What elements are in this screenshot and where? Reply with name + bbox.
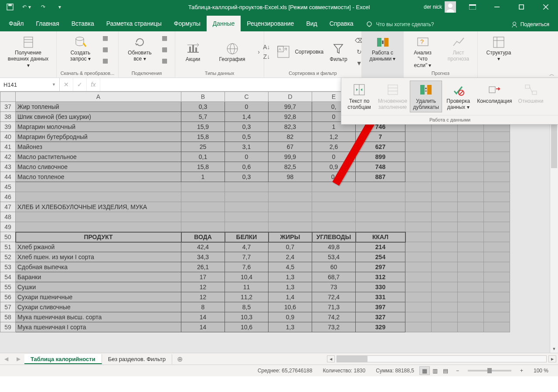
- cell[interactable]: [458, 252, 484, 262]
- cell[interactable]: [312, 202, 356, 212]
- cell[interactable]: [405, 312, 432, 322]
- tab-view[interactable]: Вид: [300, 16, 323, 31]
- cell[interactable]: [269, 212, 312, 222]
- hscroll-right-icon[interactable]: ▶: [548, 355, 556, 362]
- cell[interactable]: 72,4: [312, 292, 356, 302]
- row-header[interactable]: 41: [0, 142, 16, 152]
- cell[interactable]: Хлеб пшен. из муки I сорта: [16, 252, 181, 262]
- cell[interactable]: 14: [181, 322, 225, 332]
- row-header[interactable]: 57: [0, 302, 16, 312]
- tab-review[interactable]: Рецензирование: [241, 16, 300, 31]
- cell[interactable]: 4,5: [269, 262, 312, 272]
- table-row[interactable]: 52Хлеб пшен. из муки I сорта34,37,72,453…: [0, 252, 510, 262]
- cell[interactable]: Хлеб ржаной: [16, 242, 181, 252]
- normal-view-icon[interactable]: ▦: [419, 366, 430, 375]
- cell[interactable]: 53,4: [312, 252, 356, 262]
- column-header[interactable]: [0, 92, 16, 102]
- cell[interactable]: [405, 252, 432, 262]
- new-sheet-button[interactable]: ⊕: [172, 355, 188, 363]
- cell[interactable]: Масло сливочное: [16, 162, 181, 172]
- cell[interactable]: ККАЛ: [356, 232, 405, 242]
- zoom-in-button[interactable]: +: [515, 368, 528, 374]
- cell[interactable]: 331: [356, 292, 405, 302]
- cell[interactable]: 10,4: [225, 272, 269, 282]
- cell[interactable]: [484, 142, 510, 152]
- row-header[interactable]: 59: [0, 322, 16, 332]
- cell[interactable]: [181, 202, 225, 212]
- cell[interactable]: [432, 132, 458, 142]
- cell[interactable]: Масло растительное: [16, 152, 181, 162]
- cell[interactable]: [405, 262, 432, 272]
- cell[interactable]: [405, 212, 432, 222]
- cell[interactable]: [458, 242, 484, 252]
- cell[interactable]: 14: [181, 312, 225, 322]
- cell[interactable]: 99,7: [269, 102, 312, 112]
- cell[interactable]: [458, 212, 484, 222]
- cell[interactable]: [484, 302, 510, 312]
- cell[interactable]: 748: [356, 162, 405, 172]
- table-row[interactable]: 57Сухари сливочные88,510,671,3397: [0, 302, 510, 312]
- cell[interactable]: Маргарин бутербродный: [16, 132, 181, 142]
- cell[interactable]: [458, 262, 484, 272]
- cell[interactable]: [458, 302, 484, 312]
- cell[interactable]: [16, 212, 181, 222]
- cell[interactable]: 5,7: [181, 112, 225, 122]
- cell[interactable]: 1,3: [269, 322, 312, 332]
- row-header[interactable]: 55: [0, 282, 16, 292]
- cell[interactable]: [484, 242, 510, 252]
- cell[interactable]: 10,3: [225, 312, 269, 322]
- cell[interactable]: [432, 192, 458, 202]
- cell[interactable]: 7,7: [225, 252, 269, 262]
- cell[interactable]: 12: [181, 292, 225, 302]
- tab-home[interactable]: Главная: [30, 16, 65, 31]
- scroll-down-icon[interactable]: ▼: [550, 345, 558, 353]
- cell[interactable]: [432, 142, 458, 152]
- table-row[interactable]: 40Маргарин бутербродный15,80,5821,27: [0, 132, 510, 142]
- sheet-tab-active[interactable]: Таблица калорийности: [24, 354, 102, 364]
- zoom-out-button[interactable]: −: [451, 368, 464, 374]
- zoom-slider[interactable]: [468, 370, 511, 372]
- text-to-columns-button[interactable]: Текст по столбцам: [343, 81, 375, 112]
- cell[interactable]: [458, 192, 484, 202]
- cell[interactable]: [225, 222, 269, 232]
- cell[interactable]: 214: [356, 242, 405, 252]
- tab-file[interactable]: Файл: [3, 16, 30, 31]
- cell[interactable]: [484, 182, 510, 192]
- cell[interactable]: 0,: [312, 172, 356, 182]
- cell[interactable]: Мука пшеничная высш. сорта: [16, 312, 181, 322]
- tab-help[interactable]: Справка: [323, 16, 360, 31]
- table-row[interactable]: 49: [0, 222, 510, 232]
- cell[interactable]: 26,1: [181, 262, 225, 272]
- cell[interactable]: [458, 152, 484, 162]
- page-layout-view-icon[interactable]: ▥: [430, 366, 440, 375]
- cell[interactable]: [484, 272, 510, 282]
- cell[interactable]: Шпик свиной (без шкурки): [16, 112, 181, 122]
- tab-page-layout[interactable]: Разметка страницы: [100, 16, 168, 31]
- cell[interactable]: Масло топленое: [16, 172, 181, 182]
- what-if-button[interactable]: ? Анализ "что если" ▾: [406, 33, 439, 70]
- cell[interactable]: [484, 132, 510, 142]
- cell[interactable]: [458, 322, 484, 332]
- undo-icon[interactable]: ↶ ▾: [20, 1, 33, 13]
- cell[interactable]: [312, 182, 356, 192]
- cell[interactable]: 0,7: [269, 242, 312, 252]
- vertical-scrollbar[interactable]: ▲ ▼: [550, 91, 558, 353]
- cell[interactable]: [458, 202, 484, 212]
- cell[interactable]: [432, 302, 458, 312]
- cell[interactable]: [405, 182, 432, 192]
- collapse-ribbon-icon[interactable]: ︿: [549, 71, 555, 77]
- minimize-button[interactable]: [485, 0, 509, 14]
- cell[interactable]: 68,7: [312, 272, 356, 282]
- cell[interactable]: [405, 162, 432, 172]
- table-row[interactable]: 41Майонез253,1672,6627: [0, 142, 510, 152]
- cell[interactable]: [405, 202, 432, 212]
- forecast-sheet-button[interactable]: Лист прогноза: [442, 33, 475, 64]
- row-header[interactable]: 53: [0, 262, 16, 272]
- from-table[interactable]: ▦: [100, 44, 111, 54]
- cell[interactable]: 15,8: [181, 132, 225, 142]
- cell[interactable]: 92,8: [269, 112, 312, 122]
- cell[interactable]: 4,7: [225, 242, 269, 252]
- cell[interactable]: 1,4: [269, 292, 312, 302]
- table-row[interactable]: 45: [0, 182, 510, 192]
- maximize-button[interactable]: [509, 0, 534, 14]
